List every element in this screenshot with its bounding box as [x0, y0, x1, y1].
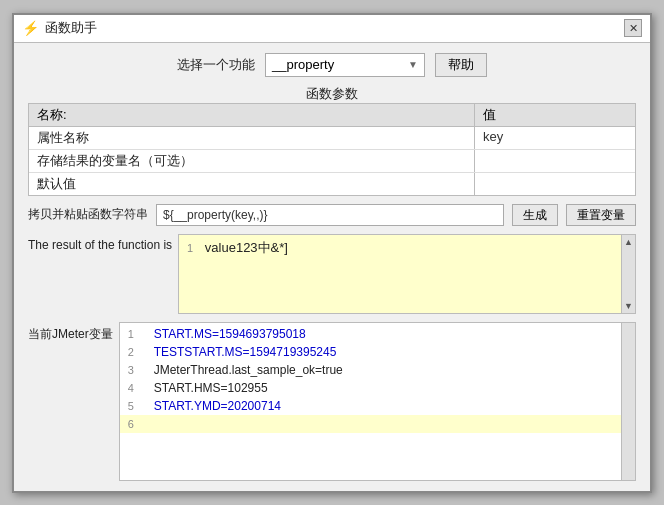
scroll-down-icon[interactable]: ▼ [624, 299, 633, 313]
help-button[interactable]: 帮助 [435, 53, 487, 77]
var-line-num: 5 [128, 400, 146, 412]
window-icon: ⚡ [22, 20, 39, 36]
var-line-num: 4 [128, 382, 146, 394]
var-line-num: 3 [128, 364, 146, 376]
vars-box: 1START.MS=15946937950182TESTSTART.MS=159… [119, 322, 636, 481]
param-value-1[interactable] [475, 150, 635, 172]
title-bar: ⚡ 函数助手 ✕ [14, 15, 650, 43]
close-button[interactable]: ✕ [624, 19, 642, 37]
copy-label: 拷贝并粘贴函数字符串 [28, 206, 148, 223]
scroll-up-icon[interactable]: ▲ [624, 235, 633, 249]
copy-row: 拷贝并粘贴函数字符串 生成 重置变量 [28, 204, 636, 226]
param-row-1: 存储结果的变量名（可选） [29, 150, 635, 173]
result-label: The result of the function is [28, 234, 178, 314]
var-text: JMeterThread.last_sample_ok=true [154, 363, 343, 377]
toolbar-row: 选择一个功能 __property ▼ 帮助 [28, 53, 636, 77]
params-title: 函数参数 [28, 85, 636, 103]
result-line-num: 1 [187, 242, 193, 254]
param-value-0[interactable]: key [475, 127, 635, 149]
var-line-num: 2 [128, 346, 146, 358]
main-window: ⚡ 函数助手 ✕ 选择一个功能 __property ▼ 帮助 函数参数 名称:… [12, 13, 652, 493]
param-row-0: 属性名称 key [29, 127, 635, 150]
param-row-2: 默认值 [29, 173, 635, 195]
content-area: 选择一个功能 __property ▼ 帮助 函数参数 名称: 值 属性名称 k… [14, 43, 650, 491]
vars-area: 当前JMeter变量 1START.MS=15946937950182TESTS… [28, 322, 636, 481]
param-name-0: 属性名称 [29, 127, 475, 149]
var-row: 6 [120, 415, 635, 433]
title-bar-left: ⚡ 函数助手 [22, 19, 97, 37]
var-text: TESTSTART.MS=1594719395245 [154, 345, 337, 359]
param-name-1: 存储结果的变量名（可选） [29, 150, 475, 172]
header-name: 名称: [29, 104, 475, 126]
chevron-down-icon: ▼ [408, 59, 418, 70]
var-text: START.HMS=102955 [154, 381, 268, 395]
result-scrollbar[interactable]: ▲ ▼ [621, 235, 635, 313]
params-table: 名称: 值 属性名称 key 存储结果的变量名（可选） 默认值 [28, 103, 636, 196]
var-text: START.MS=1594693795018 [154, 327, 306, 341]
var-line-num: 1 [128, 328, 146, 340]
select-value: __property [272, 57, 334, 72]
window-title: 函数助手 [45, 19, 97, 37]
param-name-2: 默认值 [29, 173, 475, 195]
vars-label: 当前JMeter变量 [28, 322, 119, 481]
select-label: 选择一个功能 [177, 56, 255, 74]
vars-scrollbar[interactable] [621, 323, 635, 480]
var-text: START.YMD=20200714 [154, 399, 281, 413]
vars-content: 1START.MS=15946937950182TESTSTART.MS=159… [120, 323, 635, 480]
params-section: 函数参数 名称: 值 属性名称 key 存储结果的变量名（可选） 默认值 [28, 85, 636, 196]
result-content: 1 value123中&*] [179, 235, 635, 261]
result-value: value123中&*] [205, 240, 288, 255]
var-row: 1START.MS=1594693795018 [120, 325, 635, 343]
function-select[interactable]: __property ▼ [265, 53, 425, 77]
var-row: 2TESTSTART.MS=1594719395245 [120, 343, 635, 361]
generate-button[interactable]: 生成 [512, 204, 558, 226]
copy-input[interactable] [156, 204, 504, 226]
header-value: 值 [475, 104, 635, 126]
result-box: 1 value123中&*] ▲ ▼ [178, 234, 636, 314]
param-value-2[interactable] [475, 173, 635, 195]
var-row: 4START.HMS=102955 [120, 379, 635, 397]
params-header: 名称: 值 [29, 104, 635, 127]
var-row: 5START.YMD=20200714 [120, 397, 635, 415]
result-area: The result of the function is 1 value123… [28, 234, 636, 314]
var-row: 3JMeterThread.last_sample_ok=true [120, 361, 635, 379]
var-line-num: 6 [128, 418, 146, 430]
reset-button[interactable]: 重置变量 [566, 204, 636, 226]
